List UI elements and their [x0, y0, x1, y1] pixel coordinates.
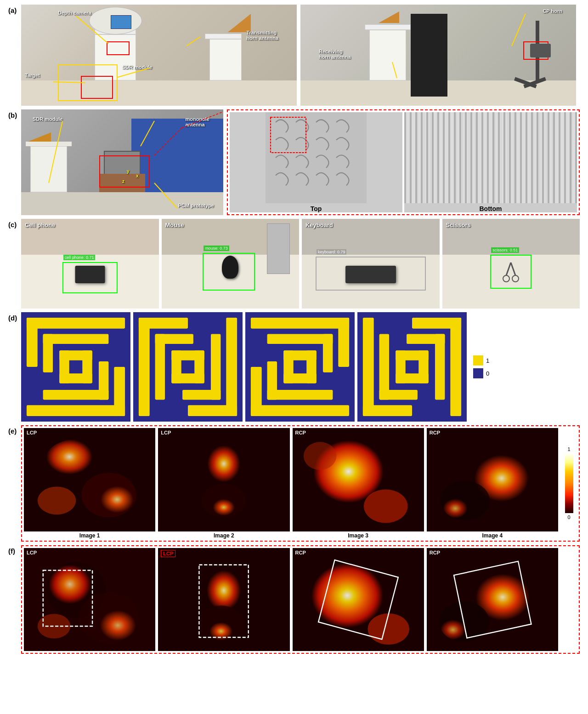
- photo-a2: CP horn Receivinghorn antenna: [300, 5, 576, 106]
- svg-rect-60: [363, 405, 412, 416]
- photo-c-cellphone: Cell phone cell phone: 0.71: [21, 219, 159, 308]
- heatmap-f4-col: RCP: [427, 548, 558, 651]
- svg-rect-43: [245, 312, 355, 422]
- section-f-content: LCP: [21, 545, 580, 654]
- section-c: (c) Cell phone cell phone: 0.71: [8, 219, 580, 308]
- section-b-content: y x z SDR module monopoleantenna PCM pro…: [21, 109, 580, 215]
- svg-rect-34: [188, 405, 237, 416]
- svg-rect-30: [133, 312, 243, 422]
- svg-rect-21: [114, 367, 125, 416]
- svg-rect-33: [139, 318, 188, 329]
- svg-point-94: [368, 613, 409, 645]
- photo-c-scissors: Scissors scissors: 0.51: [442, 219, 580, 308]
- pcm-top-view: Top: [230, 112, 402, 212]
- spiral-legend: 1 0: [469, 352, 493, 382]
- legend-swatch-0: [473, 368, 483, 378]
- svg-point-79: [303, 442, 336, 470]
- svg-rect-23: [43, 390, 109, 400]
- svg-rect-50: [323, 334, 333, 372]
- section-b-label: (b): [8, 109, 18, 119]
- svg-point-71: [81, 473, 136, 517]
- heatmap-e3-svg: [293, 428, 424, 531]
- photo-a1: Depth camera Transmittinghorn antenna SD…: [21, 5, 297, 106]
- svg-rect-63: [407, 334, 445, 344]
- heatmap-f4-mode: RCP: [430, 550, 440, 555]
- section-a: (a): [8, 5, 580, 106]
- spiral-2: [133, 312, 243, 422]
- svg-rect-45: [251, 405, 349, 416]
- colorbar-gradient: [565, 453, 573, 513]
- heatmap-e2-mode: LCP: [161, 430, 171, 435]
- heatmap-e4-mode: RCP: [430, 430, 440, 435]
- svg-rect-51: [267, 361, 277, 400]
- heatmap-f1: LCP: [24, 548, 155, 651]
- svg-rect-54: [306, 350, 316, 383]
- svg-rect-55: [283, 350, 293, 383]
- svg-rect-57: [363, 318, 374, 416]
- svg-rect-64: [379, 390, 418, 400]
- heatmap-f1-mode: LCP: [27, 550, 37, 555]
- pcm-closeup-container: Top Bottom: [227, 109, 580, 215]
- colorbar-bottom-label: 0: [567, 514, 570, 520]
- svg-rect-56: [357, 312, 467, 422]
- spiral-4: [357, 312, 467, 422]
- pcm-bottom-view: Bottom: [404, 112, 577, 212]
- svg-rect-20: [27, 318, 38, 367]
- svg-rect-68: [396, 373, 428, 383]
- section-e-content: LCP I: [21, 425, 580, 542]
- svg-rect-42: [171, 373, 204, 383]
- section-e-label: (e): [8, 425, 18, 435]
- svg-rect-38: [182, 390, 220, 400]
- heatmap-f2: LCP: [158, 548, 289, 651]
- svg-rect-46: [338, 318, 349, 367]
- heatmap-e3-caption: Image 3: [293, 532, 424, 539]
- heatmap-f2-col: LCP: [158, 548, 289, 651]
- heatmap-f3-mode: RCP: [295, 550, 306, 555]
- heatmap-e1-mode: LCP: [27, 430, 37, 435]
- legend-item-0: 0: [473, 368, 489, 378]
- detection-label-keyboard: keyboard: 0.79: [317, 249, 347, 255]
- spiral-1: [21, 312, 130, 422]
- svg-point-78: [364, 490, 407, 523]
- svg-rect-58: [450, 318, 461, 416]
- svg-rect-31: [139, 318, 150, 416]
- section-f: (f) LCP: [8, 545, 580, 654]
- svg-point-13: [503, 275, 509, 282]
- heatmap-e4: RCP: [427, 428, 558, 531]
- pcm-pattern-svg: [230, 112, 402, 203]
- c-title-mouse: Mouse: [165, 222, 184, 228]
- legend-swatch-1: [473, 355, 483, 366]
- section-d: (d): [8, 312, 580, 422]
- svg-rect-67: [396, 350, 428, 360]
- svg-rect-29: [82, 350, 92, 383]
- section-e-panels: LCP I: [24, 428, 577, 539]
- svg-rect-47: [251, 367, 262, 416]
- heatmap-e2-caption: Image 2: [158, 532, 289, 539]
- heatmap-f3: RCP: [293, 548, 424, 651]
- svg-rect-18: [27, 318, 125, 329]
- svg-point-72: [38, 486, 76, 514]
- svg-rect-59: [412, 318, 461, 329]
- heatmap-e2-svg: [158, 428, 289, 531]
- svg-point-85: [79, 593, 139, 643]
- legend-label-1: 1: [486, 357, 489, 364]
- heatmap-e3: RCP: [293, 428, 424, 531]
- scissors-svg: [502, 260, 520, 286]
- heatmap-f2-svg: [158, 548, 289, 651]
- svg-rect-41: [171, 350, 204, 360]
- heatmap-e3-col: RCP Image 3: [293, 428, 424, 539]
- heatmap-f1-svg: [24, 548, 155, 651]
- photo-c-keyboard: Keyboard keyboard: 0.79: [302, 219, 440, 308]
- heatmap-e2: LCP: [158, 428, 289, 531]
- section-d-label: (d): [8, 312, 18, 322]
- svg-point-82: [441, 481, 490, 520]
- section-c-label: (c): [8, 219, 18, 228]
- c-title-keyboard: Keyboard: [305, 222, 333, 228]
- section-a-content: Depth camera Transmittinghorn antenna SD…: [21, 5, 580, 106]
- legend-item-1: 1: [473, 355, 489, 366]
- svg-rect-28: [59, 350, 69, 383]
- section-a-label: (a): [8, 5, 18, 14]
- svg-point-90: [198, 605, 244, 641]
- spiral-3: [245, 312, 355, 422]
- svg-point-14: [512, 275, 519, 282]
